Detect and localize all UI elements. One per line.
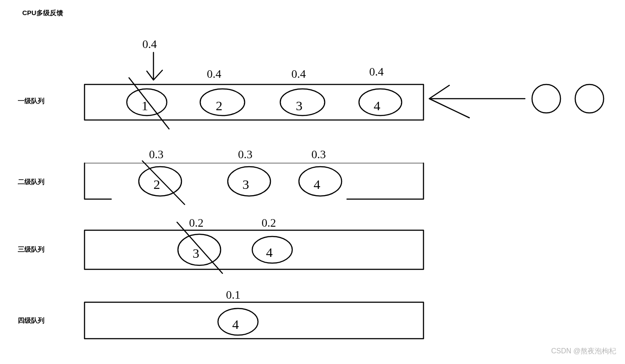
item-value: 4 — [232, 317, 239, 332]
incoming-arrow-icon — [429, 85, 525, 118]
item-value: 3 — [296, 98, 302, 113]
item-annotation: 0.3 — [311, 148, 326, 161]
item-value: 2 — [153, 177, 160, 192]
item-value: 3 — [242, 177, 249, 192]
queue-item — [178, 234, 221, 265]
queue-3-rect — [85, 230, 423, 269]
queue-item — [139, 167, 181, 196]
queue-item — [359, 89, 402, 116]
item-annotation: 0.3 — [238, 148, 253, 161]
item-annotation: 0.4 — [369, 65, 384, 78]
item-annotation: 0.1 — [226, 288, 241, 301]
queue-2-sides — [85, 163, 423, 199]
item-value: 4 — [314, 177, 320, 192]
queue-item — [228, 167, 270, 196]
item-annotation: 0.4 — [291, 68, 306, 80]
item-annotation: 0.2 — [189, 216, 204, 229]
item-annotation: 0.2 — [262, 216, 276, 229]
item-annotation: 0.4 — [207, 68, 222, 80]
queue-item — [200, 89, 245, 116]
incoming-process — [575, 84, 604, 113]
item-value: 2 — [216, 98, 222, 113]
cross-line — [129, 78, 169, 129]
item-value: 4 — [266, 245, 273, 260]
incoming-process — [532, 84, 560, 113]
queue-item — [299, 167, 342, 196]
cross-line — [142, 161, 185, 204]
item-annotation: 0.3 — [149, 148, 164, 161]
queue-4-rect — [85, 302, 423, 339]
top-annotation: 0.4 — [142, 38, 157, 51]
item-value: 4 — [374, 98, 380, 113]
item-value: 3 — [193, 246, 199, 260]
down-arrow-icon — [147, 52, 162, 80]
queue-item — [280, 89, 325, 116]
diagram-svg: 1 2 3 4 0.4 0.4 0.4 0.4 2 3 4 0.3 0.3 0.… — [0, 0, 625, 364]
watermark: CSDN @熬夜泡枸杞 — [551, 347, 616, 356]
